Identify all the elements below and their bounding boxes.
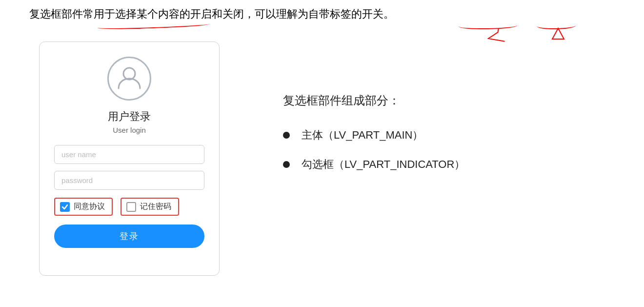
bullet-dot-icon [283, 161, 290, 168]
login-title-english: User login [113, 126, 146, 134]
svg-marker-0 [552, 28, 564, 39]
checkbox-unchecked-indicator [126, 202, 136, 212]
right-panel: 复选框部件组成部分： 主体（LV_PART_MAIN） 勾选框（LV_PART_… [283, 93, 615, 186]
user-avatar-icon [115, 63, 144, 94]
bullet-dot-icon [283, 132, 290, 139]
red-underline-mark-1 [98, 21, 210, 30]
login-title-chinese: 用户登录 [108, 109, 151, 124]
red-annotation-mark-2 [551, 27, 565, 43]
username-input[interactable] [54, 145, 204, 164]
avatar [107, 57, 151, 101]
checkbox-checked-indicator [60, 202, 70, 212]
agree-checkbox-label: 同意协议 [74, 202, 105, 212]
red-annotation-mark-1 [486, 26, 508, 47]
svg-point-1 [123, 68, 135, 80]
checkbox-row: 同意协议 记住密码 [54, 198, 204, 216]
password-input[interactable] [54, 171, 204, 190]
list-item-label: 勾选框（LV_PART_INDICATOR） [302, 157, 465, 172]
agree-checkbox[interactable]: 同意协议 [54, 198, 113, 216]
red-underline-mark-2 [459, 22, 517, 30]
component-parts-list: 主体（LV_PART_MAIN） 勾选框（LV_PART_INDICATOR） [283, 128, 615, 172]
list-item-label: 主体（LV_PART_MAIN） [302, 128, 423, 143]
top-annotation-text: 复选框部件常用于选择某个内容的开启和关闭，可以理解为自带标签的开关。 [29, 7, 394, 21]
remember-checkbox-label: 记住密码 [140, 202, 171, 212]
login-card: 用户登录 User login 同意协议 记住密码 登录 [39, 41, 220, 276]
login-button[interactable]: 登录 [54, 225, 204, 248]
list-item: 主体（LV_PART_MAIN） [283, 128, 615, 143]
list-item: 勾选框（LV_PART_INDICATOR） [283, 157, 615, 172]
remember-checkbox[interactable]: 记住密码 [121, 198, 179, 216]
right-panel-title: 复选框部件组成部分： [283, 93, 615, 108]
